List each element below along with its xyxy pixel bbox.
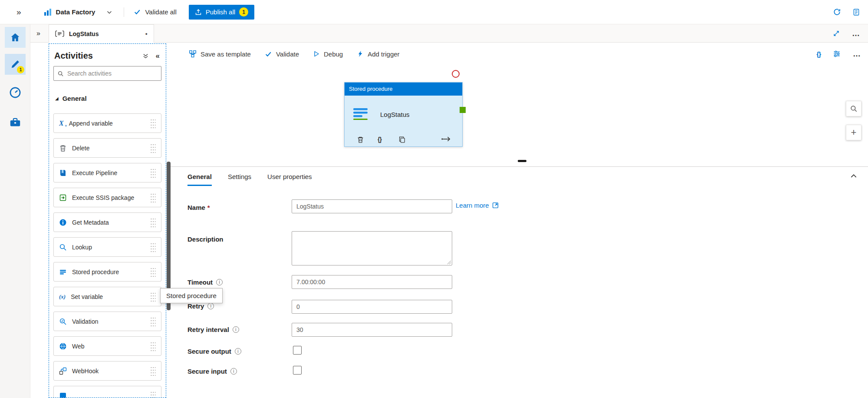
activity-item-web[interactable]: Web [53,336,161,356]
activities-search[interactable] [53,66,161,81]
activity-item-stored-procedure[interactable]: Stored procedure [53,262,161,282]
collapse-properties-icon[interactable] [850,172,858,180]
collapse-activities-icon[interactable]: « [156,52,160,60]
tab-more-icon[interactable]: … [852,29,860,38]
drag-grip[interactable] [150,242,156,252]
retry-input[interactable] [292,300,452,314]
activity-item-get-metadata[interactable]: Get Metadata [53,212,161,232]
author-nav-item[interactable]: 1 [5,54,26,75]
drag-grip[interactable] [150,168,156,178]
activity-item-set-variable[interactable]: (x) Set variable [53,287,161,306]
canvas-more-icon[interactable]: … [853,50,861,59]
tab-logstatus[interactable]: LogStatus ● [49,24,154,43]
panel-resize-handle[interactable] [518,160,526,162]
info-icon[interactable]: i [233,326,239,333]
resize-corner-icon[interactable] [447,260,451,264]
drag-grip[interactable] [150,366,156,376]
toolbox-icon [9,116,21,129]
validate-button[interactable]: Validate [265,50,299,58]
stored-procedure-node[interactable]: Stored procedure LogStatus {} [344,82,463,147]
info-icon[interactable]: i [207,303,214,309]
section-general[interactable]: ◢ General [55,95,166,102]
app-title[interactable]: Data Factory [56,8,95,16]
save-as-template-button[interactable]: Save as template [189,50,251,58]
code-view-icon[interactable]: {} [816,50,821,58]
description-textarea[interactable] [292,231,452,265]
publish-icon [195,9,202,16]
activity-item-webhook[interactable]: WebHook [53,361,161,381]
expand-panel-icon[interactable]: » [36,30,40,37]
tab-general[interactable]: General [187,167,212,186]
activity-item-execute-ssis-package[interactable]: Execute SSIS package [53,188,161,207]
info-icon[interactable]: i [216,279,223,285]
canvas-zoom-fit-button[interactable] [846,101,861,116]
learn-more-link[interactable]: Learn more [456,202,499,209]
drag-grip[interactable] [150,218,156,227]
home-icon [10,32,21,43]
drag-grip[interactable] [150,317,156,326]
settings-sliders-icon[interactable] [833,50,841,58]
secure-input-checkbox[interactable] [293,366,302,375]
clone-node-icon[interactable] [398,136,406,143]
home-nav-item[interactable] [5,27,26,48]
drag-grip[interactable] [150,292,156,302]
left-rail: 1 [0,24,30,398]
lookup-icon [59,243,67,251]
timeout-input[interactable] [292,275,452,289]
chevron-down-icon[interactable] [106,9,112,15]
drag-grip[interactable] [150,119,156,128]
canvas-zoom-in-button[interactable]: + [846,125,861,140]
secure-output-checkbox[interactable] [293,346,302,355]
secure-output-label: Secure outputi [187,348,241,355]
retry-label: Retryi [187,302,214,310]
publish-all-button[interactable]: Publish all 1 [189,5,254,20]
validate-all-button[interactable]: Validate all [134,8,176,16]
tab-settings[interactable]: Settings [228,167,251,186]
info-icon[interactable]: i [230,368,237,375]
top-header: » Data Factory Validate all Publish all … [0,0,868,24]
search-icon [57,70,64,77]
drag-grip[interactable] [150,391,156,398]
author-count-badge: 1 [17,66,24,73]
refresh-icon[interactable] [833,8,841,16]
add-output-arrow-icon[interactable] [441,136,451,142]
retry-interval-input[interactable] [292,323,452,337]
stored-procedure-icon [59,268,67,276]
activity-item-partial[interactable] [53,386,161,398]
expand-diagonal-icon[interactable] [833,30,840,37]
drag-grip[interactable] [150,193,156,202]
debug-button[interactable]: Debug [313,50,343,58]
drag-grip[interactable] [150,342,156,351]
monitor-nav-item[interactable] [5,82,26,103]
manage-nav-item[interactable] [5,112,26,133]
unsaved-dot-icon: ● [145,32,148,36]
activity-item-append-variable[interactable]: X+ Append variable [53,113,161,133]
node-code-icon[interactable]: {} [378,136,381,143]
collapse-categories-icon[interactable] [142,53,149,59]
activity-item-execute-pipeline[interactable]: Execute Pipeline [53,163,161,182]
search-icon [850,105,858,113]
tab-user-properties[interactable]: User properties [267,167,312,186]
collapse-menu-icon[interactable]: » [16,7,21,17]
drag-grip[interactable] [150,267,156,277]
node-header[interactable]: Stored procedure [345,83,462,96]
activity-item-delete[interactable]: Delete [53,138,161,158]
name-input[interactable] [292,199,452,213]
activity-list: X+ Append variable Delete Execute Pipeli… [53,113,161,398]
delete-node-icon[interactable] [357,136,364,143]
required-asterisk: * [207,204,210,211]
drag-grip[interactable] [150,143,156,153]
activity-item-lookup[interactable]: Lookup [53,237,161,257]
add-trigger-button[interactable]: Add trigger [357,50,399,58]
add-trigger-label: Add trigger [368,50,399,58]
pipeline-canvas[interactable] [166,65,868,166]
info-icon[interactable]: i [235,348,241,355]
activity-item-validation[interactable]: Validation [53,312,161,331]
validation-error-indicator[interactable] [452,70,460,78]
node-name: LogStatus [380,111,410,118]
get-metadata-icon [59,219,67,226]
output-connector[interactable] [460,107,466,113]
discard-all-icon[interactable] [852,8,860,16]
activities-panel: Activities « ◢ General X+ Append variabl… [49,43,166,398]
search-activities-input[interactable] [67,70,158,77]
